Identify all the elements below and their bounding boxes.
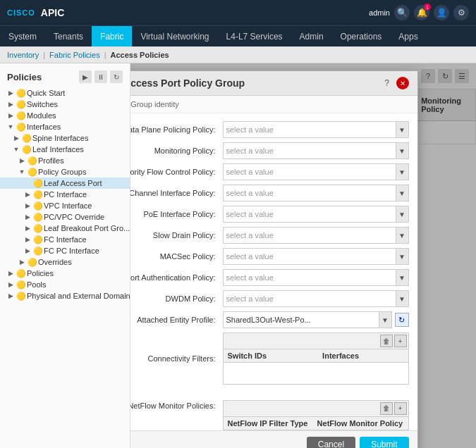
sidebar-item-policy-groups[interactable]: ▼ 🟡 Policy Groups	[0, 166, 130, 178]
sidebar-item-label-overrides: Overrides	[38, 258, 72, 266]
nav-admin[interactable]: Admin	[291, 26, 332, 46]
sidebar-item-vpc-interface[interactable]: ▶ 🟡 VPC Interface	[0, 200, 130, 211]
folder-vpc-icon: 🟡	[32, 201, 44, 210]
modal-close-btn[interactable]: ✕	[396, 77, 409, 89]
select-slowdrain-wrapper: select a value ▼	[223, 227, 409, 244]
sidebar-item-leaf[interactable]: ▼ 🟡 Leaf Interfaces	[0, 144, 130, 155]
search-icon[interactable]: 🔍	[394, 5, 410, 20]
folder-leaf-icon: 🟡	[21, 145, 32, 154]
select-fc[interactable]: select a value	[224, 185, 396, 201]
nav-l4l7[interactable]: L4-L7 Services	[218, 26, 291, 46]
select-macsec-wrapper: select a value ▼	[223, 248, 409, 265]
breadcrumb-sep-1: |	[43, 51, 45, 59]
sidebar-item-switches[interactable]: ▶ 🟡 Switches	[0, 99, 130, 110]
content-area: Policy Groups - Leaf Access Port ? ↻ ☰ ▲…	[130, 63, 476, 448]
sidebar-item-label-policy-groups: Policy Groups	[38, 168, 86, 176]
nav-apps[interactable]: Apps	[390, 26, 426, 46]
label-macsec: MACSec Policy:	[130, 252, 223, 261]
connectivity-filters-table: Switch IDs Interfaces	[224, 349, 408, 384]
user-icon[interactable]: 👤	[434, 5, 449, 20]
nav-virtual-networking[interactable]: Virtual Networking	[132, 26, 217, 46]
sidebar-item-domains[interactable]: ▶ 🟡 Physical and External Domains	[0, 290, 130, 301]
breadcrumb-fabric-policies[interactable]: Fabric Policies	[49, 51, 100, 59]
settings-icon[interactable]: ⚙	[453, 5, 469, 20]
sidebar-item-overrides[interactable]: ▶ 🟡 Overrides	[0, 256, 130, 268]
sidebar-item-label-fc: FC Interface	[44, 235, 87, 244]
nav-system[interactable]: System	[0, 26, 45, 46]
select-poe-arrow: ▼	[396, 206, 408, 222]
cancel-button[interactable]: Cancel	[307, 437, 355, 448]
sidebar-item-leaf-access-port[interactable]: 🟡 Leaf Access Port	[0, 178, 130, 189]
select-slowdrain[interactable]: select a value	[224, 228, 396, 243]
entity-profile-refresh-btn[interactable]: ↻	[395, 313, 409, 327]
select-monitoring-wrapper: select a value ▼	[223, 142, 409, 159]
select-ingress[interactable]: select a value	[224, 122, 396, 137]
nav-operations[interactable]: Operations	[332, 26, 391, 46]
folder-pc-icon: 🟡	[32, 190, 44, 199]
sidebar-item-interfaces[interactable]: ▼ 🟡 Interfaces	[0, 121, 130, 132]
submit-button[interactable]: Submit	[360, 437, 408, 448]
sidebar-item-policies[interactable]: ▶ 🟡 Policies	[0, 268, 130, 279]
select-8021x-wrapper: select a value ▼	[223, 269, 409, 286]
modal-overlay: Create Leaf Access Port Policy Group ? ✕…	[130, 63, 476, 448]
select-pfc-wrapper: select a value ▼	[223, 163, 409, 180]
select-8021x[interactable]: select a value	[224, 270, 396, 285]
select-macsec[interactable]: select a value	[224, 249, 396, 264]
entity-profile-select-arrow: ▼	[379, 312, 391, 328]
select-dwdm-arrow: ▼	[396, 291, 408, 306]
sidebar-item-pc-interface[interactable]: ▶ 🟡 PC Interface	[0, 189, 130, 200]
sidebar-item-fc-interface[interactable]: ▶ 🟡 FC Interface	[0, 234, 130, 245]
select-pfc[interactable]: select a value	[224, 164, 396, 180]
label-monitoring: Monitoring Policy:	[130, 147, 223, 155]
connectivity-filters-add-btn[interactable]: +	[394, 335, 407, 347]
form-row-poe: PoE Interface Policy: select a value ▼	[130, 204, 417, 225]
select-poe-wrapper: select a value ▼	[223, 206, 409, 223]
netflow-table: NetFlow IP Filter Type NetFlow Monitor P…	[224, 417, 408, 431]
connectivity-filters-delete-btn[interactable]: 🗑	[380, 335, 393, 347]
breadcrumb-inventory[interactable]: Inventory	[7, 51, 39, 59]
label-8021x: 802.1x Port Authentication Policy:	[130, 273, 223, 282]
breadcrumb-sep-2: |	[104, 51, 106, 59]
notifications-icon[interactable]: 🔔 1	[414, 5, 429, 20]
sidebar-item-fc-pc-interface[interactable]: ▶ 🟡 FC PC Interface	[0, 245, 130, 256]
toggle-fc-interface: ▶	[23, 236, 32, 243]
sidebar-item-pcvpc-override[interactable]: ▶ 🟡 PC/VPC Override	[0, 211, 130, 223]
select-dwdm[interactable]: select a value	[224, 291, 396, 306]
admin-username: admin	[369, 8, 390, 17]
netflow-section: NetFlow Monitor Policies: 🗑 + NetFlow IP…	[130, 398, 417, 431]
sidebar-item-spine[interactable]: ▶ 🟡 Spine Interfaces	[0, 132, 130, 144]
folder-pools-icon: 🟡	[16, 280, 27, 289]
folder-fc-icon: 🟡	[32, 235, 44, 244]
select-8021x-arrow: ▼	[396, 270, 408, 285]
modal-help-btn[interactable]: ?	[381, 77, 393, 89]
select-ingress-wrapper: select a value ▼	[223, 121, 409, 138]
control-macsec: select a value ▼	[223, 248, 409, 265]
top-nav: System Tenants Fabric Virtual Networking…	[0, 25, 476, 46]
form-row-slowdrain: Slow Drain Policy: select a value ▼	[130, 225, 417, 246]
entity-profile-input[interactable]	[224, 312, 379, 328]
label-pfc: Priority Flow Control Policy:	[130, 168, 223, 176]
folder-leaf-breakout-icon: 🟡	[32, 224, 44, 232]
sidebar-item-quickstart[interactable]: ▶ 🟡 Quick Start	[0, 87, 130, 99]
sidebar-item-label-vpc: VPC Interface	[44, 201, 92, 210]
sidebar-play-btn[interactable]: ▶	[79, 70, 92, 83]
control-slowdrain: select a value ▼	[223, 227, 409, 244]
sidebar-item-pools[interactable]: ▶ 🟡 Pools	[0, 279, 130, 290]
netflow-add-btn[interactable]: +	[394, 402, 407, 415]
sidebar-item-label-fc-pc: FC PC Interface	[44, 247, 99, 255]
sidebar-pause-btn[interactable]: ⏸	[94, 70, 107, 83]
sidebar-item-label-quickstart: Quick Start	[27, 89, 65, 97]
sidebar-refresh-btn[interactable]: ↻	[110, 70, 123, 83]
folder-domains-icon: 🟡	[16, 292, 27, 300]
header-right: admin 🔍 🔔 1 👤 ⚙	[369, 5, 469, 20]
sidebar-item-leaf-breakout[interactable]: ▶ 🟡 Leaf Breakout Port Gro...	[0, 223, 130, 234]
select-monitoring[interactable]: select a value	[224, 143, 396, 158]
netflow-delete-btn[interactable]: 🗑	[380, 402, 393, 415]
nav-tenants[interactable]: Tenants	[45, 26, 92, 46]
sidebar-item-profiles[interactable]: ▶ 🟡 Profiles	[0, 155, 130, 166]
select-poe[interactable]: select a value	[224, 206, 396, 222]
sidebar-item-modules[interactable]: ▶ 🟡 Modules	[0, 110, 130, 121]
breadcrumb-access-policies[interactable]: Access Policies	[111, 51, 169, 59]
nav-fabric[interactable]: Fabric	[92, 26, 132, 46]
form-row-dwdm: DWDM Policy: select a value ▼	[130, 288, 417, 309]
